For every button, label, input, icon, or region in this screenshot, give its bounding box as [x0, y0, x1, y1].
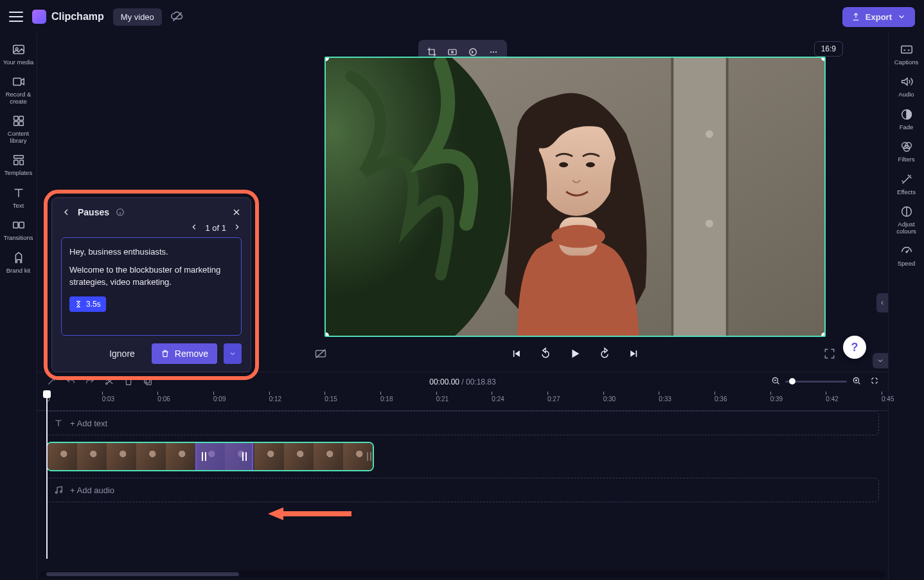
resize-handle-bl[interactable]	[324, 332, 329, 337]
zoom-slider[interactable]	[785, 381, 847, 383]
svg-rect-43	[146, 379, 151, 385]
svg-rect-13	[901, 46, 912, 53]
pause-position-label: 1 of 1	[205, 223, 226, 233]
nav-transitions[interactable]: Transitions	[1, 214, 37, 245]
skip-start-button[interactable]	[508, 345, 524, 362]
aspect-ratio-chip[interactable]: 16:9	[814, 41, 843, 57]
svg-rect-7	[19, 122, 22, 125]
ruler-tick: 0:15	[324, 395, 337, 403]
logo-icon	[32, 10, 46, 24]
clip-end-handle[interactable]	[367, 452, 371, 461]
nav-speed[interactable]: Speed	[889, 240, 925, 271]
playhead[interactable]	[46, 392, 48, 559]
svg-rect-20	[449, 50, 456, 55]
right-nav: Captions Audio Fade Filters Effects Adju…	[888, 33, 924, 580]
rewind-button[interactable]	[537, 345, 554, 362]
trash-icon	[161, 349, 170, 358]
nav-effects[interactable]: Effects	[889, 168, 925, 199]
zoom-out-button[interactable]	[771, 376, 780, 387]
nav-text[interactable]: Text	[1, 182, 37, 213]
export-button[interactable]: Export	[842, 7, 915, 27]
forward-button[interactable]	[596, 345, 613, 362]
svg-point-21	[452, 51, 454, 53]
resize-handle-tr[interactable]	[821, 57, 826, 61]
svg-point-19	[906, 251, 907, 253]
ruler-tick: 0:09	[213, 395, 226, 403]
svg-rect-8	[13, 156, 23, 159]
ignore-button[interactable]: Ignore	[99, 343, 145, 364]
svg-rect-6	[13, 122, 17, 125]
nav-filters[interactable]: Filters	[889, 136, 925, 167]
nav-content-library[interactable]: Content library	[1, 110, 37, 148]
help-button[interactable]: ?	[843, 336, 866, 359]
info-icon[interactable]	[116, 208, 125, 217]
sync-status-icon	[171, 10, 184, 23]
nav-adjust-colours[interactable]: Adjust colours	[889, 201, 925, 239]
chevron-down-icon	[229, 350, 236, 358]
top-bar: Clipchamp My video Export	[0, 0, 924, 33]
back-arrow-icon[interactable]	[61, 207, 71, 217]
svg-point-48	[60, 491, 62, 493]
svg-rect-27	[671, 58, 729, 336]
play-button[interactable]	[567, 345, 583, 362]
app-logo: Clipchamp	[32, 10, 104, 24]
audio-track[interactable]: + Add audio	[46, 478, 879, 502]
menu-button[interactable]	[9, 10, 23, 24]
ruler-tick: 0:36	[715, 395, 727, 403]
ruler-tick: 0:03	[102, 395, 114, 403]
nav-audio[interactable]: Audio	[889, 71, 925, 102]
timeline-ruler[interactable]: 00:030:060:090:120:150:180:210:240:270:3…	[37, 392, 888, 411]
svg-point-23	[490, 51, 492, 53]
skip-end-button[interactable]	[626, 345, 643, 362]
transcript-line-1: Hey, business enthusiasts.	[69, 246, 233, 258]
remove-dropdown-button[interactable]	[224, 343, 242, 364]
ruler-tick: 0:12	[269, 395, 281, 403]
hourglass-icon	[75, 300, 82, 308]
transcript-box[interactable]: Hey, business enthusiasts. Welcome to th…	[61, 237, 242, 336]
export-label: Export	[866, 12, 892, 22]
ruler-tick: 0:24	[492, 395, 504, 403]
nav-captions[interactable]: Captions	[889, 39, 925, 69]
nav-record-create[interactable]: Record & create	[1, 71, 37, 109]
project-title[interactable]: My video	[113, 8, 162, 26]
next-pause-button[interactable]	[233, 222, 242, 233]
prev-pause-button[interactable]	[190, 222, 199, 233]
nav-fade[interactable]: Fade	[889, 104, 925, 134]
annotation-arrow	[268, 507, 351, 520]
pause-segment[interactable]	[195, 443, 253, 470]
svg-rect-4	[13, 116, 17, 120]
fit-timeline-button[interactable]	[870, 376, 879, 387]
timeline: 00:00.00 / 00:18.83 00:030:060:090:120:1…	[37, 372, 888, 580]
video-preview[interactable]	[324, 57, 826, 337]
nav-your-media[interactable]: Your media	[1, 39, 37, 69]
remove-button[interactable]: Remove	[152, 343, 217, 364]
ruler-tick: 0:06	[157, 395, 170, 403]
svg-rect-28	[671, 58, 673, 336]
timeline-tracks: + Add text + Add audio	[46, 411, 879, 509]
zoom-in-button[interactable]	[852, 376, 861, 387]
duration-time: 00:18.83	[466, 377, 496, 386]
left-nav: Your media Record & create Content libra…	[0, 33, 37, 580]
pauses-panel-highlight: Pauses 1 of 1 Hey, business enthusiasts.…	[44, 190, 259, 380]
playback-controls	[307, 341, 843, 367]
resize-handle-br[interactable]	[821, 332, 826, 337]
svg-rect-3	[13, 78, 21, 86]
svg-rect-12	[19, 222, 23, 228]
captions-toggle-icon[interactable]	[312, 345, 329, 362]
svg-rect-5	[19, 116, 22, 120]
fullscreen-button[interactable]	[821, 345, 838, 362]
svg-point-47	[55, 492, 57, 494]
close-icon[interactable]	[231, 207, 242, 217]
video-clip[interactable]	[46, 442, 374, 471]
text-track[interactable]: + Add text	[46, 411, 879, 435]
timeline-scrollbar[interactable]	[40, 571, 885, 577]
svg-rect-9	[13, 160, 17, 165]
timeline-zoom	[771, 376, 879, 387]
preview-collapse-button[interactable]	[873, 353, 888, 368]
chevron-down-icon	[897, 12, 906, 21]
timeline-timecode: 00:00.00 / 00:18.83	[429, 377, 495, 386]
nav-templates[interactable]: Templates	[1, 149, 37, 180]
nav-brand-kit[interactable]: Brand kit	[1, 247, 37, 278]
svg-point-42	[106, 383, 108, 385]
ruler-tick: 0:45	[882, 395, 894, 403]
